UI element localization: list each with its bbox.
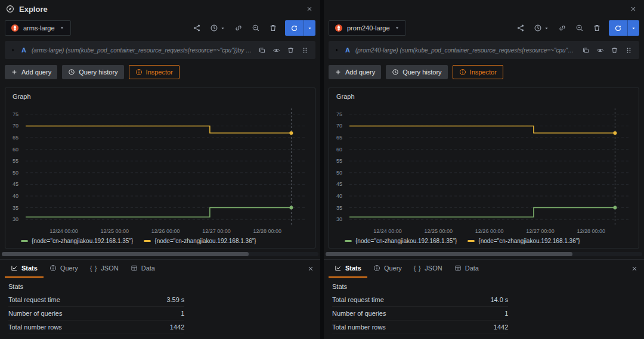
horizontal-scrollbar[interactable] <box>2 252 318 256</box>
plus-icon <box>335 69 342 76</box>
tab-json[interactable]: { } JSON <box>84 260 125 278</box>
close-split-button[interactable] <box>628 4 638 14</box>
close-inspector-button[interactable] <box>306 264 315 273</box>
scrollbar-thumb[interactable] <box>2 252 249 256</box>
explore-pane-left: Explore arms-large <box>0 0 320 339</box>
run-query-button[interactable] <box>285 20 304 36</box>
svg-text:60: 60 <box>336 147 342 153</box>
table-icon <box>454 265 462 272</box>
legend-item[interactable]: {node="cn-zhangjiakou.192.168.1.36"} <box>467 238 580 244</box>
plus-icon <box>11 69 18 76</box>
query-history-button[interactable]: Query history <box>62 65 123 79</box>
svg-text:70: 70 <box>336 123 342 129</box>
add-query-button[interactable]: Add query <box>5 65 57 79</box>
prometheus-icon <box>335 24 343 32</box>
tab-query[interactable]: Query <box>367 260 408 278</box>
horizontal-scrollbar[interactable] <box>326 252 642 256</box>
remove-query-button[interactable] <box>609 45 620 55</box>
svg-text:12/28 00:00: 12/28 00:00 <box>577 228 606 234</box>
time-series-chart[interactable]: 3035404550556065707512/24 00:0012/25 00:… <box>10 104 310 236</box>
add-query-label: Add query <box>21 69 51 76</box>
tab-json[interactable]: { } JSON <box>408 260 448 278</box>
query-actions-row: Add query Query history Inspector <box>324 61 644 84</box>
drag-handle[interactable] <box>624 45 634 55</box>
disable-query-button[interactable] <box>271 45 281 55</box>
copy-icon <box>258 46 266 54</box>
svg-text:45: 45 <box>13 181 18 187</box>
info-circle-icon <box>459 69 466 76</box>
chevron-right-icon[interactable] <box>10 47 16 53</box>
legend-label: {node="cn-zhangjiakou.192.168.1.35"} <box>355 238 457 244</box>
run-query-interval-button[interactable] <box>627 20 639 36</box>
svg-text:65: 65 <box>13 135 18 141</box>
panel-title[interactable]: Graph <box>336 93 634 100</box>
tab-data[interactable]: Data <box>125 260 161 278</box>
stats-table: Total request time 14.0 s Number of quer… <box>332 293 508 334</box>
scrollbar-thumb[interactable] <box>326 252 572 256</box>
query-expression[interactable]: (arms-large) (sum(kube_pod_container_res… <box>32 47 252 54</box>
compass-icon <box>6 5 14 13</box>
query-row[interactable]: A (prom240-large) (sum(kube_pod_containe… <box>329 41 639 59</box>
disable-query-button[interactable] <box>595 45 605 55</box>
query-row[interactable]: A (arms-large) (sum(kube_pod_container_r… <box>5 41 315 59</box>
close-inspector-button[interactable] <box>630 264 639 273</box>
clear-all-button[interactable] <box>268 23 278 33</box>
tab-label: Stats <box>345 265 361 272</box>
close-icon <box>630 5 637 13</box>
add-query-button[interactable]: Add query <box>329 65 381 79</box>
tab-stats[interactable]: Stats <box>329 260 367 278</box>
clock-icon <box>210 24 218 32</box>
chevron-right-icon[interactable] <box>334 47 340 53</box>
inspector-tabs: Stats Query { } JSON Data <box>0 260 320 278</box>
stat-value: 1442 <box>170 324 184 331</box>
zoom-out-button[interactable] <box>250 23 261 33</box>
svg-text:75: 75 <box>13 111 18 117</box>
legend-item[interactable]: {node="cn-zhangjiakou.192.168.1.35"} <box>21 238 133 244</box>
close-split-button[interactable] <box>305 4 314 14</box>
duplicate-query-button[interactable] <box>257 45 267 55</box>
tab-data[interactable]: Data <box>448 260 485 278</box>
time-series-chart[interactable]: 3035404550556065707512/24 00:0012/25 00:… <box>334 104 634 236</box>
copy-link-button[interactable] <box>233 23 244 33</box>
duplicate-query-button[interactable] <box>581 45 591 55</box>
stat-label: Total number rows <box>332 324 386 331</box>
svg-text:45: 45 <box>336 181 342 187</box>
svg-text:55: 55 <box>336 158 342 164</box>
stats-table: Total request time 3.59 s Number of quer… <box>8 293 184 334</box>
remove-query-button[interactable] <box>286 45 296 55</box>
toolbar-actions <box>515 20 639 36</box>
stat-row: Total number rows 1442 <box>332 321 508 334</box>
query-history-button[interactable]: Query history <box>386 65 447 79</box>
datasource-picker[interactable]: arms-large <box>5 20 71 36</box>
inspector-button[interactable]: Inspector <box>453 65 503 79</box>
copy-link-button[interactable] <box>557 23 568 33</box>
stat-value: 1 <box>504 310 508 317</box>
drag-handle[interactable] <box>300 45 310 55</box>
tab-label: Data <box>465 265 479 272</box>
svg-text:75: 75 <box>336 111 342 117</box>
datasource-picker[interactable]: prom240-large <box>329 20 406 36</box>
grip-icon <box>625 46 633 54</box>
zoom-out-button[interactable] <box>574 23 585 33</box>
legend-item[interactable]: {node="cn-zhangjiakou.192.168.1.35"} <box>345 238 457 244</box>
time-range-button[interactable] <box>209 23 227 33</box>
stat-row: Number of queries 1 <box>332 307 508 321</box>
tab-stats[interactable]: Stats <box>5 260 44 278</box>
legend-item[interactable]: {node="cn-zhangjiakou.192.168.1.36"} <box>144 238 256 244</box>
svg-text:50: 50 <box>13 170 18 176</box>
search-minus-icon <box>575 24 584 32</box>
clear-all-button[interactable] <box>592 23 602 33</box>
tab-query[interactable]: Query <box>44 260 84 278</box>
svg-text:70: 70 <box>13 123 18 129</box>
run-query-interval-button[interactable] <box>304 20 315 36</box>
chevron-down-icon <box>631 26 636 31</box>
query-expression[interactable]: (prom240-large) (sum(kube_pod_container_… <box>355 47 575 54</box>
time-range-button[interactable] <box>532 23 550 33</box>
chevron-down-icon <box>544 26 549 31</box>
share-button[interactable] <box>191 23 202 33</box>
share-button[interactable] <box>515 23 526 33</box>
inspector-button[interactable]: Inspector <box>129 65 179 79</box>
run-query-button[interactable] <box>609 20 627 36</box>
panel-title[interactable]: Graph <box>13 93 310 100</box>
braces-icon: { } <box>414 265 421 272</box>
